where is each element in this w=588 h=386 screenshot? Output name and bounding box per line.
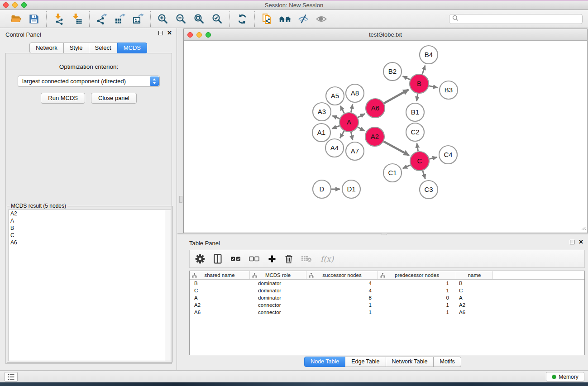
- node-C2[interactable]: C2: [406, 123, 424, 141]
- result-item-a2[interactable]: A2: [9, 210, 171, 217]
- table-row-b[interactable]: Bdominator41B: [190, 280, 584, 287]
- first-neighbors-button[interactable]: [277, 12, 293, 26]
- close-panel-button[interactable]: Close panel: [91, 93, 137, 104]
- minimize-window-button[interactable]: [12, 2, 18, 8]
- node-A5[interactable]: A5: [326, 87, 344, 105]
- close-table-panel-icon[interactable]: ✕: [578, 240, 583, 244]
- show-all-button[interactable]: [314, 12, 329, 26]
- network-window-titlebar[interactable]: testGlobe.txt: [184, 29, 587, 41]
- edge-A-A5[interactable]: [340, 106, 344, 114]
- cell-name[interactable]: A2: [456, 301, 493, 309]
- table-row-a6[interactable]: A6connector11A6: [190, 309, 584, 316]
- cell-shared-name[interactable]: A2: [190, 301, 250, 309]
- close-window-button[interactable]: [3, 2, 9, 8]
- cell-mcds-role[interactable]: connector: [250, 309, 306, 316]
- resize-grip-icon[interactable]: [581, 224, 587, 232]
- export-image-button[interactable]: [130, 12, 146, 26]
- search-input[interactable]: [460, 16, 579, 22]
- column-header-successor-nodes[interactable]: successor nodes: [306, 271, 378, 279]
- task-history-button[interactable]: [5, 372, 18, 381]
- edge-A-A2[interactable]: [358, 127, 364, 131]
- node-B2[interactable]: B2: [383, 62, 402, 81]
- edge-A-A1[interactable]: [332, 126, 339, 129]
- cell-mcds-role[interactable]: dominator: [250, 280, 306, 287]
- edge-B-B3[interactable]: [429, 86, 438, 88]
- network-minimize-button[interactable]: [196, 32, 202, 38]
- edge-B-B4[interactable]: [422, 66, 425, 74]
- node-A4[interactable]: A4: [325, 139, 344, 157]
- node-B3[interactable]: B3: [440, 81, 458, 99]
- column-header-predecessor-nodes[interactable]: predecessor nodes: [378, 271, 456, 279]
- float-panel-icon[interactable]: [158, 31, 163, 35]
- function-builder-button[interactable]: f(x): [320, 254, 334, 263]
- cell-shared-name[interactable]: A: [190, 294, 250, 301]
- cell-predecessor-nodes[interactable]: 1: [378, 301, 456, 309]
- show-columns-button[interactable]: [213, 254, 223, 264]
- edge-A-A7[interactable]: [351, 132, 353, 140]
- tab-network[interactable]: Network: [29, 43, 64, 53]
- node-D[interactable]: D: [313, 180, 331, 198]
- edge-A2-C[interactable]: [383, 142, 409, 156]
- float-table-panel-icon[interactable]: [570, 240, 574, 244]
- cell-predecessor-nodes[interactable]: 1: [378, 280, 456, 287]
- result-item-b[interactable]: B: [9, 224, 171, 232]
- result-scrollbar[interactable]: [165, 210, 171, 361]
- cell-name[interactable]: A: [456, 294, 493, 301]
- search-field[interactable]: [449, 14, 583, 24]
- zoom-fit-button[interactable]: [191, 12, 207, 26]
- cell-mcds-role[interactable]: dominator: [250, 294, 306, 301]
- node-A[interactable]: A: [339, 113, 359, 132]
- edge-C-C1[interactable]: [403, 165, 411, 168]
- node-C3[interactable]: C3: [420, 181, 438, 199]
- cell-successor-nodes[interactable]: 4: [306, 287, 378, 294]
- edge-B-B1[interactable]: [417, 94, 418, 101]
- column-header-name[interactable]: name: [456, 271, 493, 279]
- column-header-mcds-role[interactable]: MCDS role: [250, 271, 306, 279]
- cell-shared-name[interactable]: B: [190, 280, 250, 287]
- result-item-a[interactable]: A: [9, 217, 171, 224]
- cell-successor-nodes[interactable]: 8: [306, 294, 378, 301]
- tab-network-table[interactable]: Network Table: [386, 357, 434, 367]
- memory-button[interactable]: Memory: [546, 372, 584, 381]
- delete-table-button[interactable]: [301, 255, 313, 263]
- node-A3[interactable]: A3: [313, 103, 331, 121]
- hide-selected-button[interactable]: [296, 12, 311, 26]
- node-A6[interactable]: A6: [366, 99, 385, 118]
- cell-name[interactable]: B: [456, 280, 493, 287]
- zoom-out-button[interactable]: [173, 12, 189, 26]
- node-C4[interactable]: C4: [439, 146, 457, 164]
- zoom-in-button[interactable]: [155, 12, 171, 26]
- edge-A-A3[interactable]: [332, 116, 339, 119]
- tab-select[interactable]: Select: [89, 43, 118, 53]
- zoom-window-button[interactable]: [21, 2, 27, 8]
- open-session-button[interactable]: [8, 12, 24, 26]
- cell-predecessor-nodes[interactable]: 1: [378, 309, 456, 316]
- tab-style[interactable]: Style: [63, 43, 89, 53]
- delete-entry-button[interactable]: [284, 254, 293, 264]
- node-A1[interactable]: A1: [312, 124, 330, 142]
- tab-motifs[interactable]: Motifs: [433, 357, 461, 367]
- deselect-all-button[interactable]: [249, 256, 260, 262]
- cell-shared-name[interactable]: C: [190, 287, 250, 294]
- table-settings-button[interactable]: [195, 254, 205, 264]
- table-row-a2[interactable]: A2connector11A2: [190, 301, 584, 309]
- edge-C-C3[interactable]: [423, 171, 425, 179]
- tab-edge-table[interactable]: Edge Table: [345, 357, 386, 367]
- node-A2[interactable]: A2: [365, 127, 384, 146]
- result-item-c[interactable]: C: [9, 232, 171, 239]
- result-item-a6[interactable]: A6: [9, 239, 171, 246]
- tab-mcds[interactable]: MCDS: [117, 43, 147, 53]
- new-network-from-selection-button[interactable]: [259, 12, 275, 26]
- node-C1[interactable]: C1: [383, 164, 402, 182]
- node-B4[interactable]: B4: [420, 46, 438, 64]
- node-A8[interactable]: A8: [346, 84, 364, 102]
- network-zoom-button[interactable]: [206, 32, 211, 38]
- cell-mcds-role[interactable]: connector: [250, 301, 306, 309]
- node-C[interactable]: C: [410, 152, 429, 171]
- optimization-criterion-select[interactable]: largest connected component (directed): [18, 76, 160, 87]
- edge-A-A4[interactable]: [340, 131, 344, 138]
- run-mcds-button[interactable]: Run MCDS: [41, 93, 85, 104]
- export-table-button[interactable]: [112, 12, 128, 26]
- cell-predecessor-nodes[interactable]: 1: [378, 287, 456, 294]
- save-session-button[interactable]: [26, 12, 42, 26]
